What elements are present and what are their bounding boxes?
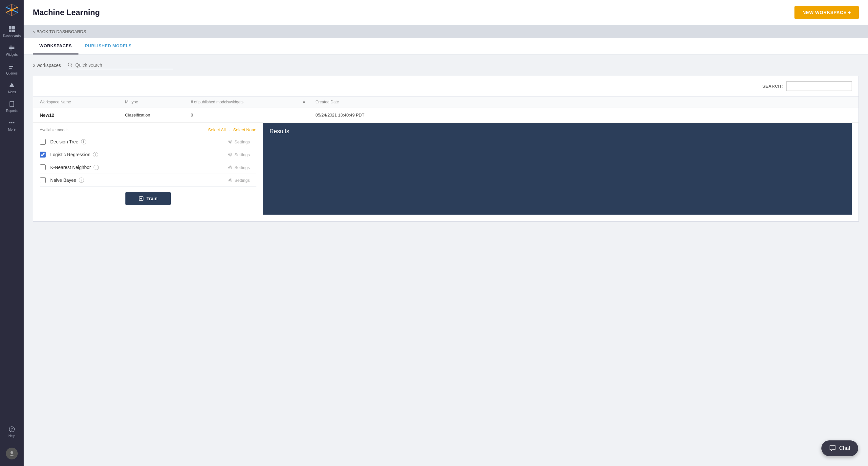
results-panel: Results — [263, 123, 852, 215]
svg-point-27 — [10, 451, 13, 454]
table-header: Workspace Name MI type # of published mo… — [33, 96, 859, 108]
svg-rect-17 — [11, 86, 12, 87]
avatar-circle — [6, 447, 18, 460]
alerts-label: Alerts — [7, 90, 16, 94]
svg-point-31 — [229, 141, 231, 143]
table-row[interactable]: New12 Classification 0 05/24/2021 13:40:… — [33, 108, 859, 123]
help-icon: ? — [8, 426, 16, 433]
created-date-cell: 05/24/2021 13:40:49 PDT — [315, 113, 852, 118]
published-count-cell: 0 — [191, 113, 302, 118]
naive-bayes-checkbox[interactable] — [40, 177, 45, 183]
available-models-header: Available models Select All · Select Non… — [40, 123, 256, 135]
queries-label: Queries — [6, 71, 18, 75]
content-area: 2 workspaces SEARCH: Workspace Name MI t… — [24, 55, 868, 466]
model-row-naive-bayes: Naive Bayes i Settings — [40, 174, 256, 187]
decision-tree-label: Decision Tree i — [50, 139, 228, 145]
settings-gear-icon — [228, 139, 232, 144]
tabs: WORKSPACES PUBLISHED MODELS — [24, 38, 868, 55]
back-nav[interactable]: < BACK TO DASHBOARDS — [24, 25, 868, 38]
sidebar-item-dashboards[interactable]: Dashboards — [0, 22, 24, 41]
th-published-count: # of published models/widgets — [191, 100, 302, 104]
sidebar-item-queries[interactable]: Queries — [0, 60, 24, 79]
svg-rect-12 — [9, 65, 14, 65]
decision-tree-settings[interactable]: Settings — [228, 139, 250, 145]
logo[interactable] — [5, 3, 19, 17]
naive-bayes-info-icon[interactable]: i — [79, 178, 84, 183]
svg-point-24 — [13, 122, 14, 123]
svg-rect-6 — [12, 26, 15, 29]
decision-tree-info-icon[interactable]: i — [81, 139, 86, 145]
svg-point-28 — [68, 63, 71, 66]
settings-gear-icon-2 — [228, 152, 232, 157]
models-left: Available models Select All · Select Non… — [40, 123, 256, 215]
logistic-regression-label: Logistic Regression i — [50, 152, 228, 157]
train-button[interactable]: Train — [125, 192, 170, 205]
user-avatar[interactable] — [6, 444, 18, 463]
train-btn-wrap: Train — [40, 192, 256, 205]
svg-rect-11 — [10, 45, 11, 51]
svg-rect-7 — [9, 30, 11, 32]
sidebar-item-more[interactable]: More — [0, 116, 24, 134]
svg-rect-5 — [9, 26, 11, 29]
svg-marker-30 — [303, 100, 305, 103]
chat-button[interactable]: Chat — [822, 440, 858, 456]
widgets-label: Widgets — [6, 53, 18, 57]
svg-point-34 — [229, 180, 231, 181]
quick-search-input[interactable] — [75, 62, 173, 68]
model-row-decision-tree: Decision Tree i Settings — [40, 135, 256, 148]
naive-bayes-settings[interactable]: Settings — [228, 178, 250, 183]
tab-published-models[interactable]: PUBLISHED MODELS — [79, 38, 138, 55]
logistic-regression-settings[interactable]: Settings — [228, 152, 250, 157]
knn-info-icon[interactable]: i — [94, 165, 99, 170]
decision-tree-checkbox[interactable] — [40, 139, 45, 145]
sidebar: Dashboards Widgets Queries — [0, 0, 24, 466]
logistic-regression-checkbox[interactable] — [40, 152, 45, 157]
logistic-regression-info-icon[interactable]: i — [93, 152, 98, 157]
train-icon — [138, 196, 144, 201]
chat-label: Chat — [839, 445, 850, 451]
svg-rect-19 — [10, 103, 13, 103]
table-search-input[interactable] — [786, 82, 852, 91]
tab-workspaces[interactable]: WORKSPACES — [33, 38, 79, 55]
sidebar-item-widgets[interactable]: Widgets — [0, 41, 24, 60]
reports-icon — [8, 100, 16, 107]
sidebar-item-alerts[interactable]: Alerts — [0, 79, 24, 97]
svg-point-23 — [11, 122, 12, 123]
knn-label: K-Nearest Neighbor i — [50, 165, 228, 170]
svg-line-29 — [71, 66, 72, 67]
svg-rect-14 — [9, 68, 12, 69]
sidebar-item-reports[interactable]: Reports — [0, 97, 24, 116]
knn-checkbox[interactable] — [40, 164, 45, 170]
sidebar-item-help[interactable]: ? Help — [6, 422, 18, 441]
th-workspace-name: Workspace Name — [40, 100, 125, 104]
th-sort — [302, 100, 315, 104]
chat-icon — [829, 445, 836, 452]
expanded-section: Available models Select All · Select Non… — [33, 123, 859, 221]
svg-rect-9 — [9, 46, 14, 48]
naive-bayes-label: Naive Bayes i — [50, 178, 228, 183]
svg-text:?: ? — [11, 427, 13, 431]
th-created-date: Created Date — [315, 100, 852, 104]
results-title: Results — [270, 128, 289, 135]
workspace-bar: 2 workspaces — [33, 61, 859, 69]
settings-gear-icon-4 — [228, 178, 232, 183]
search-icon — [68, 62, 73, 68]
svg-rect-21 — [10, 105, 12, 105]
more-icon — [8, 119, 16, 126]
new-workspace-button[interactable]: NEW WORKSPACE + — [795, 6, 859, 19]
model-row-knn: K-Nearest Neighbor i Settings — [40, 161, 256, 174]
mi-type-cell: Classification — [125, 113, 191, 118]
dashboards-icon — [8, 26, 16, 33]
queries-icon — [8, 63, 16, 70]
knn-settings[interactable]: Settings — [228, 165, 250, 170]
select-none-link[interactable]: Select None — [233, 127, 256, 132]
svg-point-32 — [229, 154, 231, 156]
widgets-icon — [8, 44, 16, 52]
more-label: More — [8, 128, 16, 131]
svg-rect-16 — [11, 85, 12, 86]
select-all-link[interactable]: Select All — [208, 127, 225, 132]
svg-rect-20 — [10, 104, 13, 104]
th-mi-type: MI type — [125, 100, 191, 104]
quick-search-wrap — [68, 61, 173, 69]
table-search-row: SEARCH: — [33, 76, 859, 96]
